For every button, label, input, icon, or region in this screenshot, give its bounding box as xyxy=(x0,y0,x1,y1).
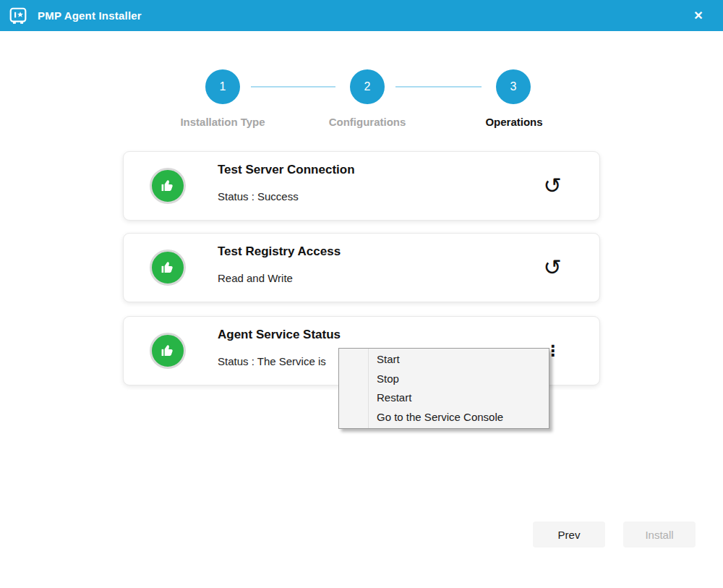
card-status-text: Status : The Service is xyxy=(218,355,326,367)
menu-item-start[interactable]: Start xyxy=(339,350,549,370)
service-context-menu: Start Stop Restart Go to the Service Con… xyxy=(338,348,549,429)
menu-item-stop[interactable]: Stop xyxy=(339,370,549,389)
card-status-text: Status : Success xyxy=(218,190,299,203)
step-3-circle: 3 xyxy=(496,69,531,104)
card-status-text: Read and Write xyxy=(218,272,293,284)
stepper: 1 2 3 Installation Type Configurations O… xyxy=(0,0,723,137)
step-2-label: Configurations xyxy=(329,116,406,128)
refresh-icon[interactable]: ↺ xyxy=(542,257,563,278)
menu-item-restart[interactable]: Restart xyxy=(339,388,549,408)
card-title: Test Registry Access xyxy=(218,244,341,259)
card-title: Test Server Connection xyxy=(218,163,355,177)
step-1-circle: 1 xyxy=(205,69,240,104)
prev-button[interactable]: Prev xyxy=(533,521,605,547)
install-button[interactable]: Install xyxy=(623,521,696,547)
step-2-circle: 2 xyxy=(350,69,385,104)
stepper-connector xyxy=(251,86,335,88)
card-test-server-connection: Test Server Connection Status : Success … xyxy=(123,151,600,221)
step-1-label: Installation Type xyxy=(180,116,265,128)
card-title: Agent Service Status xyxy=(218,328,341,342)
stepper-connector xyxy=(395,86,482,88)
card-test-registry-access: Test Registry Access Read and Write ↺ xyxy=(123,233,600,302)
refresh-icon[interactable]: ↺ xyxy=(542,175,563,197)
menu-item-service-console[interactable]: Go to the Service Console xyxy=(339,408,549,427)
step-3-label: Operations xyxy=(485,116,542,128)
thumbs-up-icon xyxy=(150,333,186,369)
thumbs-up-icon xyxy=(150,250,186,286)
thumbs-up-icon xyxy=(150,168,186,204)
